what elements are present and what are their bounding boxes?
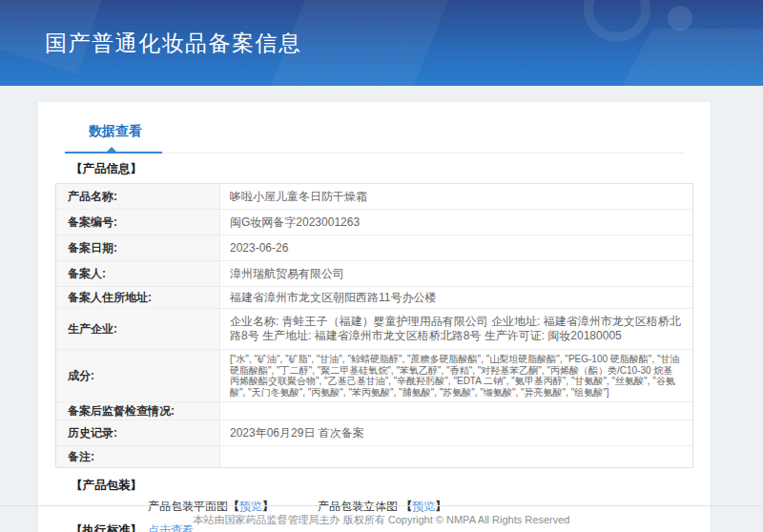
field-label: 备案编号: <box>56 210 220 235</box>
footer-copyright-text: 本站由国家药品监督管理局主办 版权所有 Copyright © NMPA All… <box>194 514 570 525</box>
table-row-ingredients: 成分: ["水", "矿油", "矿脂", "甘油", "鲸蜡硬脂醇", "蔗糖… <box>56 350 692 402</box>
field-value: 闽G妆网备字2023001263 <box>220 210 692 235</box>
section-product-info: 【产品信息】 <box>71 163 711 175</box>
table-row-filing-date: 备案日期: 2023-06-26 <box>56 235 692 261</box>
field-value: ["水", "矿油", "矿脂", "甘油", "鲸蜡硬脂醇", "蔗糖多硬脂酸… <box>220 350 692 401</box>
field-value: 2023-06-26 <box>220 235 692 260</box>
table-row-history: 历史记录: 2023年06月29日 首次备案 <box>56 420 692 446</box>
header-decoration-circle <box>584 0 650 42</box>
field-value: 2023年06月29日 首次备案 <box>220 420 692 445</box>
field-label: 备案后监督检查情况: <box>56 402 220 419</box>
tab-active-pointer-icon <box>107 147 116 152</box>
page-title: 国产普通化妆品备案信息 <box>45 29 302 58</box>
table-row-manufacturer: 生产企业: 企业名称: 青蛙王子（福建）婴童护理用品有限公司 企业地址: 福建省… <box>56 309 692 350</box>
field-value <box>220 446 692 467</box>
tab-active-underline <box>65 152 162 153</box>
field-value: 福建省漳州市龙文区朝阳西路11号办公楼 <box>220 287 692 308</box>
table-row-product-name: 产品名称: 哆啦小屋儿童冬日防干燥霜 <box>56 184 692 210</box>
field-label: 备案人住所地址: <box>56 287 220 308</box>
field-label: 生产企业: <box>56 309 220 349</box>
field-label: 备注: <box>56 446 220 467</box>
header-decoration-circle <box>668 6 692 31</box>
tab-bar: 数据查看 <box>65 115 684 153</box>
field-value: 漳州瑞航贸易有限公司 <box>220 261 692 286</box>
table-row-remarks: 备注: <box>56 446 692 467</box>
field-label: 历史记录: <box>56 420 220 445</box>
field-value: 企业名称: 青蛙王子（福建）婴童护理用品有限公司 企业地址: 福建省漳州市龙文区… <box>220 309 692 349</box>
page-header: 国产普通化妆品备案信息 <box>0 0 763 86</box>
field-label: 备案人: <box>56 261 220 286</box>
table-row-filer: 备案人: 漳州瑞航贸易有限公司 <box>56 261 692 287</box>
field-value <box>220 402 692 419</box>
field-label: 备案日期: <box>56 235 220 260</box>
page-footer: 本站由国家药品监督管理局主办 版权所有 Copyright © NMPA All… <box>0 505 763 527</box>
content-card: 数据查看 【产品信息】 产品名称: 哆啦小屋儿童冬日防干燥霜 备案编号: 闽G妆… <box>38 102 711 532</box>
table-row-filer-address: 备案人住所地址: 福建省漳州市龙文区朝阳西路11号办公楼 <box>56 287 692 309</box>
field-label: 产品名称: <box>56 184 220 209</box>
table-row-supervision: 备案后监督检查情况: <box>56 402 692 420</box>
field-value: 哆啦小屋儿童冬日防干燥霜 <box>220 184 692 209</box>
field-label: 成分: <box>56 350 220 401</box>
table-row-filing-number: 备案编号: 闽G妆网备字2023001263 <box>56 210 692 235</box>
section-product-packaging: 【产品包装】 <box>71 480 711 492</box>
tab-data-view[interactable]: 数据查看 <box>89 115 142 140</box>
product-info-table: 产品名称: 哆啦小屋儿童冬日防干燥霜 备案编号: 闽G妆网备字202300126… <box>55 183 693 468</box>
